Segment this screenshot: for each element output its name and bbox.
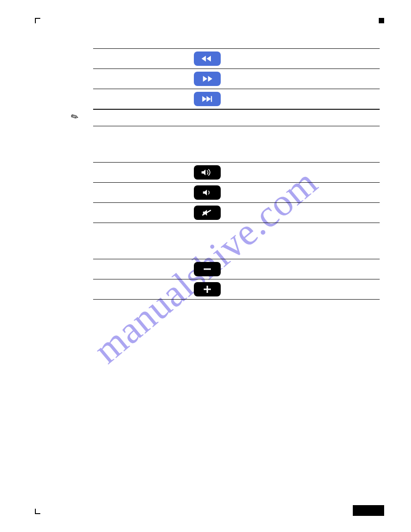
row-icon-cell <box>171 89 243 109</box>
page-number-block <box>353 505 384 516</box>
row-icon-cell <box>171 279 243 300</box>
header-col-2 <box>171 253 243 259</box>
fast-forward-icon <box>200 74 214 83</box>
svg-marker-7 <box>201 170 206 176</box>
header-col-2 <box>171 43 243 49</box>
row-label <box>93 89 171 109</box>
forward-button[interactable] <box>194 72 221 86</box>
row-desc <box>243 183 380 203</box>
row-label <box>93 49 171 69</box>
row-desc <box>243 279 380 300</box>
svg-marker-4 <box>202 96 207 102</box>
table-row <box>93 203 380 223</box>
svg-marker-2 <box>203 76 207 82</box>
row-icon-cell <box>171 69 243 89</box>
header-col-3 <box>243 157 380 163</box>
row-desc <box>243 163 380 183</box>
row-label <box>93 183 171 203</box>
header-col-2 <box>171 157 243 163</box>
minus-button[interactable] <box>194 262 221 276</box>
svg-rect-13 <box>206 286 208 293</box>
table-row <box>93 279 380 300</box>
row-label <box>93 163 171 183</box>
svg-marker-3 <box>208 76 213 82</box>
svg-marker-0 <box>206 56 211 62</box>
row-icon-cell <box>171 203 243 223</box>
minus-icon <box>200 265 214 274</box>
note-row: ✎ <box>93 109 380 126</box>
header-col-1 <box>93 157 171 163</box>
table-row <box>93 49 380 69</box>
media-controls-table <box>93 43 380 109</box>
svg-marker-8 <box>203 190 207 196</box>
next-track-icon <box>200 94 214 103</box>
svg-marker-5 <box>206 96 211 102</box>
table-row <box>93 89 380 109</box>
spacer <box>93 223 380 253</box>
spacer <box>93 126 380 157</box>
svg-rect-11 <box>204 268 211 270</box>
page-corner-tl <box>35 18 40 23</box>
volume-low-button[interactable] <box>194 185 221 200</box>
volume-high-icon <box>200 168 214 177</box>
row-label <box>93 69 171 89</box>
header-col-3 <box>243 43 380 49</box>
row-label <box>93 279 171 300</box>
table-row <box>93 69 380 89</box>
table-row <box>93 183 380 203</box>
zoom-controls-table <box>93 253 380 300</box>
table-header-row <box>93 157 380 163</box>
row-icon-cell <box>171 183 243 203</box>
table-header-row <box>93 253 380 259</box>
plus-icon <box>200 285 214 294</box>
table-row <box>93 259 380 279</box>
page-corner-bl <box>35 509 40 514</box>
row-label <box>93 259 171 279</box>
header-col-1 <box>93 253 171 259</box>
row-icon-cell <box>171 163 243 183</box>
row-desc <box>243 69 380 89</box>
svg-marker-1 <box>201 56 206 62</box>
row-desc <box>243 259 380 279</box>
next-track-button[interactable] <box>194 92 221 106</box>
row-icon-cell <box>171 49 243 69</box>
volume-high-button[interactable] <box>194 165 221 180</box>
rewind-icon <box>200 54 214 63</box>
mute-button[interactable] <box>194 206 221 220</box>
row-desc <box>243 89 380 109</box>
table-header-row <box>93 43 380 49</box>
plus-button[interactable] <box>194 282 221 296</box>
pencil-icon: ✎ <box>68 110 81 123</box>
row-label <box>93 203 171 223</box>
volume-controls-table <box>93 157 380 223</box>
svg-rect-6 <box>211 96 212 102</box>
row-desc <box>243 49 380 69</box>
table-row <box>93 163 380 183</box>
volume-low-icon <box>200 188 214 197</box>
page-corner-tr <box>379 18 384 23</box>
row-icon-cell <box>171 259 243 279</box>
header-col-3 <box>243 253 380 259</box>
row-desc <box>243 203 380 223</box>
mute-icon <box>200 208 214 217</box>
page-content: ✎ <box>93 43 380 300</box>
header-col-1 <box>93 43 171 49</box>
rewind-button[interactable] <box>194 51 221 66</box>
